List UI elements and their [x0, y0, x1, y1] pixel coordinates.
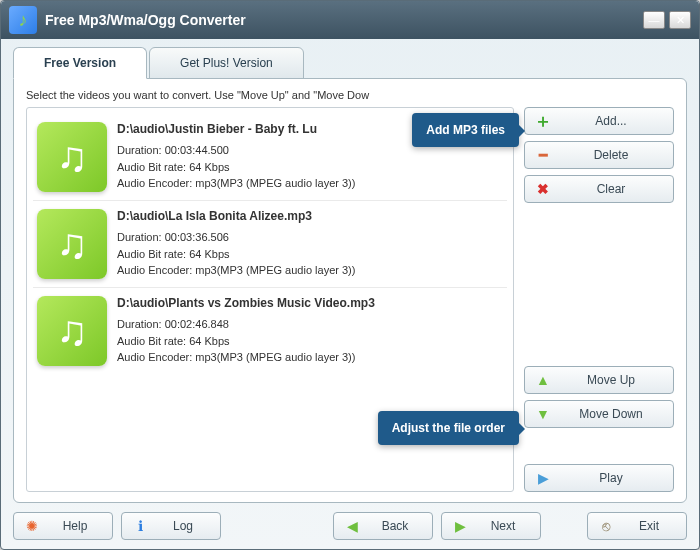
music-file-icon: ♫: [37, 296, 107, 366]
music-file-icon: ♫: [37, 122, 107, 192]
minus-icon: ━: [535, 147, 551, 163]
delete-button-label: Delete: [559, 148, 663, 162]
tab-row: Free Version Get Plus! Version: [13, 47, 687, 79]
titlebar: Free Mp3/Wma/Ogg Converter — ✕: [1, 1, 699, 39]
bottom-bar: ✺ Help ℹ Log ◀ Back ▶ Next ⎋ Exit: [13, 503, 687, 543]
exit-button[interactable]: ⎋ Exit: [587, 512, 687, 540]
window-body: Free Version Get Plus! Version Select th…: [1, 39, 699, 549]
help-icon: ✺: [24, 518, 40, 534]
instruction-text: Select the videos you want to convert. U…: [26, 89, 674, 101]
arrow-left-icon: ◀: [344, 518, 360, 534]
x-icon: ✖: [535, 181, 551, 197]
file-bitrate: Audio Bit rate: 64 Kbps: [117, 246, 503, 263]
tab-free-version[interactable]: Free Version: [13, 47, 147, 79]
next-button-label: Next: [476, 519, 530, 533]
move-down-button-label: Move Down: [559, 407, 663, 421]
clear-button[interactable]: ✖ Clear: [524, 175, 674, 203]
log-button-label: Log: [156, 519, 210, 533]
move-up-button-label: Move Up: [559, 373, 663, 387]
sidebar-buttons: ＋ Add... ━ Delete ✖ Clear ▲ Move Up: [524, 107, 674, 492]
back-button-label: Back: [368, 519, 422, 533]
arrow-up-icon: ▲: [535, 372, 551, 388]
minimize-button[interactable]: —: [643, 11, 665, 29]
file-bitrate: Audio Bit rate: 64 Kbps: [117, 333, 503, 350]
music-file-icon: ♫: [37, 209, 107, 279]
file-meta: Duration: 00:02:46.848 Audio Bit rate: 6…: [117, 316, 503, 366]
file-meta: Duration: 00:03:44.500 Audio Bit rate: 6…: [117, 142, 503, 192]
arrow-down-icon: ▼: [535, 406, 551, 422]
help-button[interactable]: ✺ Help: [13, 512, 113, 540]
info-icon: ℹ: [132, 518, 148, 534]
file-encoder: Audio Encoder: mp3(MP3 (MPEG audio layer…: [117, 262, 503, 279]
play-button[interactable]: ▶ Play: [524, 464, 674, 492]
exit-icon: ⎋: [598, 518, 614, 534]
add-button[interactable]: ＋ Add...: [524, 107, 674, 135]
app-window: Free Mp3/Wma/Ogg Converter — ✕ Free Vers…: [0, 0, 700, 550]
list-item[interactable]: ♫ D:\audio\La Isla Bonita Alizee.mp3 Dur…: [33, 201, 507, 288]
arrow-right-icon: ▶: [452, 518, 468, 534]
file-encoder: Audio Encoder: mp3(MP3 (MPEG audio layer…: [117, 175, 503, 192]
callout-file-order: Adjust the file order: [378, 411, 519, 445]
tab-plus-version[interactable]: Get Plus! Version: [149, 47, 304, 79]
window-title: Free Mp3/Wma/Ogg Converter: [45, 12, 643, 28]
next-button[interactable]: ▶ Next: [441, 512, 541, 540]
main-panel: Select the videos you want to convert. U…: [13, 78, 687, 503]
delete-button[interactable]: ━ Delete: [524, 141, 674, 169]
spacer: [524, 209, 674, 360]
file-duration: Duration: 00:02:46.848: [117, 316, 503, 333]
list-item[interactable]: ♫ D:\audio\Plants vs Zombies Music Video…: [33, 288, 507, 374]
window-controls: — ✕: [643, 11, 691, 29]
file-path: D:\audio\La Isla Bonita Alizee.mp3: [117, 209, 503, 223]
move-up-button[interactable]: ▲ Move Up: [524, 366, 674, 394]
play-button-label: Play: [559, 471, 663, 485]
exit-button-label: Exit: [622, 519, 676, 533]
log-button[interactable]: ℹ Log: [121, 512, 221, 540]
file-meta: Duration: 00:03:36.506 Audio Bit rate: 6…: [117, 229, 503, 279]
close-button[interactable]: ✕: [669, 11, 691, 29]
move-down-button[interactable]: ▼ Move Down: [524, 400, 674, 428]
help-button-label: Help: [48, 519, 102, 533]
file-path: D:\audio\Plants vs Zombies Music Video.m…: [117, 296, 503, 310]
back-button[interactable]: ◀ Back: [333, 512, 433, 540]
callout-add-files: Add MP3 files: [412, 113, 519, 147]
app-icon: [9, 6, 37, 34]
plus-icon: ＋: [535, 113, 551, 129]
file-info: D:\audio\La Isla Bonita Alizee.mp3 Durat…: [117, 209, 503, 279]
clear-button-label: Clear: [559, 182, 663, 196]
play-icon: ▶: [535, 470, 551, 486]
file-duration: Duration: 00:03:36.506: [117, 229, 503, 246]
file-bitrate: Audio Bit rate: 64 Kbps: [117, 159, 503, 176]
main-row: ♫ D:\audio\Justin Bieber - Baby ft. Lu D…: [26, 107, 674, 492]
file-encoder: Audio Encoder: mp3(MP3 (MPEG audio layer…: [117, 349, 503, 366]
file-info: D:\audio\Plants vs Zombies Music Video.m…: [117, 296, 503, 366]
add-button-label: Add...: [559, 114, 663, 128]
spacer: [524, 434, 674, 458]
